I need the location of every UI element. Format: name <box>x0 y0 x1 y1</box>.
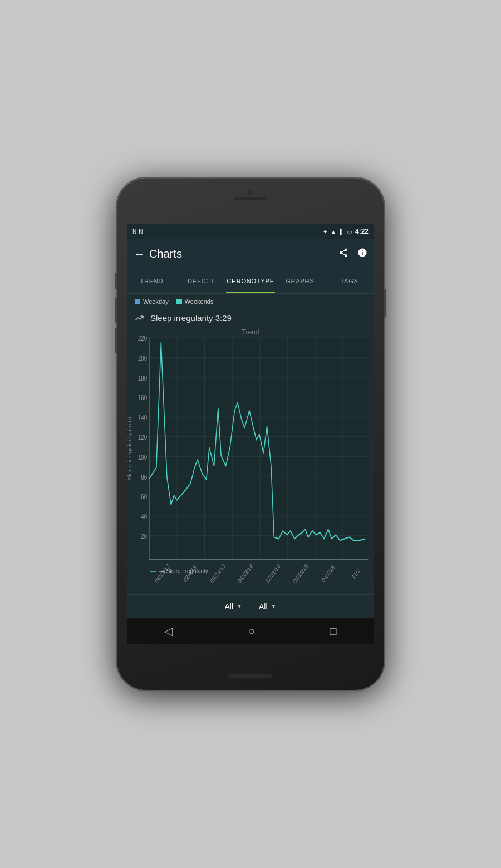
tab-tags[interactable]: TAGS <box>325 268 374 293</box>
svg-text:80: 80 <box>141 473 147 481</box>
svg-text:140: 140 <box>138 413 147 421</box>
bottom-controls: All ▼ All ▼ <box>127 594 374 618</box>
volume-button-bot <box>115 328 117 353</box>
share-button[interactable] <box>338 248 348 260</box>
bluetooth-icon: ✦ <box>323 229 327 235</box>
back-button[interactable]: ← <box>134 248 145 260</box>
info-button[interactable] <box>357 248 367 260</box>
legend-weekend: Weekends <box>176 298 214 305</box>
svg-text:100: 100 <box>138 453 147 461</box>
volume-button-mid <box>115 298 117 323</box>
tabs-bar: TREND DEFICIT CHRONOTYPE GRAPHS TAGS <box>127 268 374 294</box>
svg-text:200: 200 <box>138 354 147 362</box>
svg-text:09/24/13: 09/24/13 <box>209 563 226 585</box>
svg-text:120: 120 <box>138 433 147 441</box>
svg-text:05/13/14: 05/13/14 <box>237 563 254 585</box>
app-bar-actions <box>338 248 367 260</box>
app-bar: ← Charts <box>127 239 374 268</box>
wifi-icon: ▲ <box>331 229 336 235</box>
tab-chronotype[interactable]: CHRONOTYPE <box>226 268 276 293</box>
svg-text:220: 220 <box>138 334 147 342</box>
trend-chart-svg: 220 200 180 160 140 120 100 80 60 40 20 … <box>127 325 374 594</box>
sleep-irregularity-value: Sleep irregularity 3:29 <box>150 313 232 323</box>
phone-top-bezel <box>234 190 267 200</box>
legend: Weekday Weekends <box>127 294 374 309</box>
status-time: 4:22 <box>355 228 369 235</box>
svg-text:11/2: 11/2 <box>351 566 361 580</box>
nav-home-button[interactable]: ○ <box>248 625 254 638</box>
svg-text:180: 180 <box>138 374 147 382</box>
nav-back-button[interactable]: ◁ <box>164 624 173 638</box>
svg-text:60: 60 <box>141 493 147 501</box>
earpiece-speaker <box>234 197 267 200</box>
bottom-speaker <box>228 674 273 678</box>
signal-icon: ▌ <box>340 229 343 235</box>
chart-legend: — — Sleep irregularity <box>150 568 208 574</box>
svg-text:20: 20 <box>141 532 147 540</box>
weekday-label: Weekday <box>143 298 169 305</box>
svg-text:160: 160 <box>138 394 147 402</box>
svg-text:Sleep irregularity (min): Sleep irregularity (min) <box>127 417 132 480</box>
notification-icon-2: N <box>139 229 143 235</box>
main-content: Weekday Weekends Sleep irregularity 3:29 <box>127 294 374 618</box>
volume-button-top <box>115 273 117 289</box>
chart-legend-icon: — <box>150 568 156 574</box>
dropdown-arrow-1: ▼ <box>237 603 242 609</box>
svg-text:04/7/16: 04/7/16 <box>321 564 336 584</box>
weekday-color-box <box>135 299 140 304</box>
notification-icon-1: N <box>132 229 136 235</box>
chart-container: Trend <box>127 325 374 594</box>
sleep-irregularity-header: Sleep irregularity 3:29 <box>127 309 374 325</box>
svg-text:08/19/15: 08/19/15 <box>292 563 309 585</box>
chart-legend-label: — Sleep irregularity <box>159 568 208 574</box>
tab-deficit[interactable]: DEFICIT <box>176 268 226 293</box>
tab-trend[interactable]: TREND <box>127 268 176 293</box>
phone-screen: N N ✦ ▲ ▌ ▭ 4:22 ← Charts <box>127 224 374 644</box>
status-bar: N N ✦ ▲ ▌ ▭ 4:22 <box>127 224 374 239</box>
weekend-color-box <box>176 299 182 304</box>
trend-icon <box>135 313 145 323</box>
svg-rect-2 <box>149 338 368 560</box>
weekend-label: Weekends <box>185 298 214 305</box>
status-right-icons: ✦ ▲ ▌ ▭ 4:22 <box>323 228 369 235</box>
phone-body: N N ✦ ▲ ▌ ▭ 4:22 ← Charts <box>117 178 384 690</box>
status-left-icons: N N <box>132 229 143 235</box>
filter2-label: All <box>259 602 268 611</box>
filter-dropdown-1[interactable]: All ▼ <box>225 602 242 611</box>
svg-text:40: 40 <box>141 512 147 520</box>
tab-graphs[interactable]: GRAPHS <box>275 268 325 293</box>
phone-bottom-bezel <box>228 674 273 678</box>
phone-device: N N ✦ ▲ ▌ ▭ 4:22 ← Charts <box>117 178 384 690</box>
front-camera <box>248 190 253 195</box>
dropdown-arrow-2: ▼ <box>271 603 277 609</box>
power-button <box>384 289 386 317</box>
nav-recent-button[interactable]: □ <box>330 625 336 638</box>
app-bar-title: Charts <box>149 248 338 260</box>
filter1-label: All <box>225 602 234 611</box>
svg-text:12/31/14: 12/31/14 <box>264 563 281 585</box>
legend-weekday: Weekday <box>135 298 169 305</box>
battery-icon: ▭ <box>347 229 352 235</box>
filter-dropdown-2[interactable]: All ▼ <box>259 602 276 611</box>
nav-bar: ◁ ○ □ <box>127 618 374 644</box>
